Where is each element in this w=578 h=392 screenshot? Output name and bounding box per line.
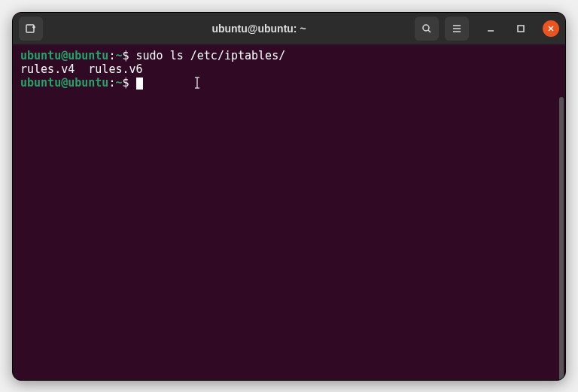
titlebar-left	[19, 17, 109, 41]
close-icon	[547, 25, 555, 32]
terminal-output: rules.v4 rules.v6	[20, 62, 558, 76]
search-button[interactable]	[415, 17, 439, 41]
terminal-body[interactable]: ubuntu@ubuntu:~$ sudo ls /etc/iptables/ …	[13, 44, 565, 380]
prompt-dollar-2: $	[122, 76, 135, 90]
new-tab-button[interactable]	[19, 17, 43, 41]
search-icon	[421, 23, 433, 35]
new-tab-icon	[25, 23, 37, 35]
svg-point-3	[423, 25, 429, 31]
svg-rect-0	[26, 25, 34, 32]
titlebar-right	[409, 17, 559, 41]
terminal-line-1: ubuntu@ubuntu:~$ sudo ls /etc/iptables/	[20, 49, 558, 62]
close-button[interactable]	[543, 20, 559, 37]
window-title: ubuntu@ubuntu: ~	[109, 23, 409, 35]
terminal-window: ubuntu@ubuntu: ~	[12, 12, 566, 381]
svg-rect-9	[518, 26, 524, 32]
command-text: sudo ls /etc/iptables/	[136, 49, 286, 62]
svg-line-4	[428, 30, 430, 32]
cursor-block	[136, 77, 143, 90]
maximize-icon	[516, 24, 525, 33]
prompt-user-host: ubuntu@ubuntu	[20, 49, 108, 62]
minimize-icon	[486, 24, 495, 33]
terminal-line-2: ubuntu@ubuntu:~$	[20, 76, 558, 90]
prompt-dollar: $	[122, 49, 135, 62]
minimize-button[interactable]	[482, 20, 499, 37]
titlebar: ubuntu@ubuntu: ~	[13, 13, 565, 44]
maximize-button[interactable]	[513, 20, 529, 37]
menu-button[interactable]	[445, 17, 469, 41]
prompt-user-host-2: ubuntu@ubuntu	[20, 76, 108, 90]
hamburger-icon	[451, 23, 463, 35]
scrollbar[interactable]	[559, 97, 564, 380]
text-cursor-icon	[193, 76, 201, 93]
